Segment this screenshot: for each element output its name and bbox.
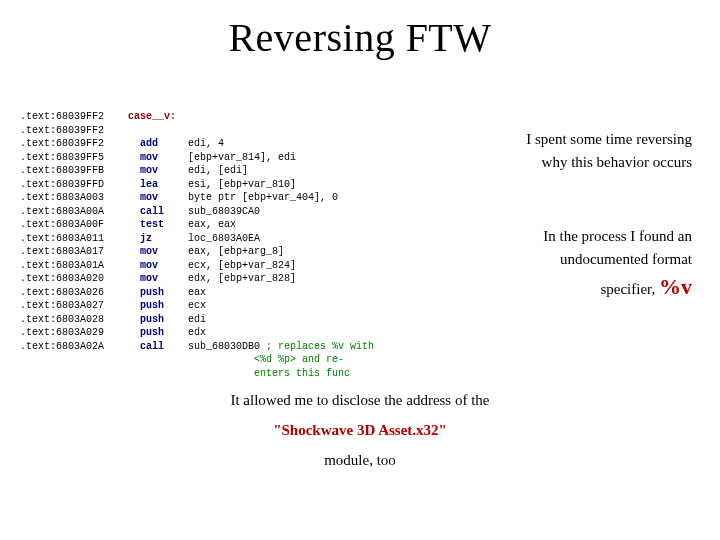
slide: Reversing FTW .text:68039FF2 case__v: .t…	[0, 0, 720, 540]
bottom-line-2: "Shockwave 3D Asset.x32"	[0, 422, 720, 439]
commentary-1: I spent some time reversing why this beh…	[492, 128, 692, 173]
commentary-2: In the process I found an undocumented f…	[462, 225, 692, 303]
commentary-1-line-2: why this behavior occurs	[542, 154, 692, 170]
bottom-line-1: It allowed me to disclose the address of…	[0, 392, 720, 409]
bottom-line-3: module, too	[0, 452, 720, 469]
commentary-2-line-2: undocumented format	[560, 251, 692, 267]
commentary-1-line-1: I spent some time reversing	[526, 131, 692, 147]
slide-title: Reversing FTW	[0, 14, 720, 61]
format-specifier: %v	[659, 274, 692, 299]
disassembly-listing: .text:68039FF2 case__v: .text:68039FF2 .…	[20, 110, 460, 380]
commentary-2-line-3: specifier,	[600, 281, 659, 297]
module-name: "Shockwave 3D Asset.x32"	[273, 422, 447, 438]
commentary-2-line-1: In the process I found an	[543, 228, 692, 244]
